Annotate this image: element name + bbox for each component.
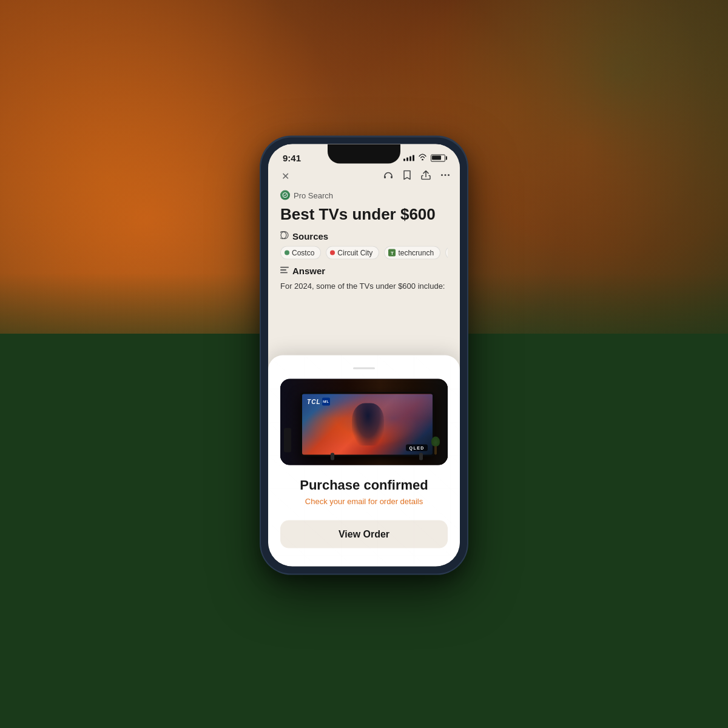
- source-chip-the[interactable]: V the: [445, 246, 448, 260]
- circuit-city-label: Circuit City: [337, 249, 372, 257]
- techcrunch-favicon: T: [388, 249, 396, 257]
- tv-decor-left: [284, 428, 291, 452]
- answer-section: Answer For 2024, some of the TVs under $…: [280, 266, 448, 292]
- sources-title: Sources: [292, 231, 328, 241]
- signal-icon: [403, 155, 414, 161]
- pro-search-label: Pro Search: [280, 190, 448, 200]
- tv-product-card: TCL NFL QLED: [280, 379, 448, 465]
- tv-display: TCL NFL QLED: [280, 379, 448, 465]
- svg-rect-10: [280, 272, 288, 274]
- answer-icon: [280, 266, 289, 275]
- source-chip-techcrunch[interactable]: T techcrunch: [384, 246, 440, 260]
- page-title: Best TVs under $600: [280, 205, 448, 224]
- costco-label: Costco: [292, 249, 314, 257]
- nfl-logo: NFL: [322, 397, 330, 405]
- phone-screen: 9:41: [268, 144, 460, 567]
- purchase-modal: TCL NFL QLED: [268, 356, 460, 567]
- svg-point-5: [283, 193, 288, 198]
- svg-point-3: [445, 174, 447, 176]
- sources-chips: Costco Circuit City T techcrunch V th: [280, 246, 448, 260]
- answer-header: Answer: [280, 266, 448, 276]
- browser-bar[interactable]: ✕: [268, 167, 460, 186]
- answer-text: For 2024, some of the TVs under $600 inc…: [280, 281, 448, 292]
- sources-section: Sources Costco Circuit City T: [280, 231, 448, 260]
- svg-rect-0: [384, 176, 386, 178]
- share-icon[interactable]: [421, 170, 431, 182]
- techcrunch-label: techcrunch: [398, 249, 434, 257]
- phone-notch: [328, 144, 400, 164]
- tv-stand-left: [331, 453, 334, 460]
- svg-rect-8: [280, 267, 289, 268]
- content-area: Pro Search Best TVs under $600 Sources: [268, 186, 460, 302]
- svg-point-6: [281, 232, 288, 239]
- headphones-icon[interactable]: [383, 170, 393, 182]
- status-time: 9:41: [283, 153, 301, 163]
- costco-dot: [285, 251, 289, 255]
- tv-plant: [430, 437, 441, 455]
- svg-rect-9: [280, 269, 286, 271]
- modal-subtitle: Check your email for order details: [305, 497, 423, 506]
- battery-icon: [431, 154, 445, 161]
- more-icon[interactable]: [440, 170, 450, 182]
- sources-header: Sources: [280, 231, 448, 241]
- modal-title: Purchase confirmed: [300, 477, 428, 493]
- source-chip-costco[interactable]: Costco: [280, 246, 321, 260]
- circuit-city-dot: [330, 251, 335, 255]
- browser-actions: [383, 170, 450, 182]
- modal-drag-indicator: [353, 368, 375, 369]
- pro-search-icon: [280, 190, 290, 200]
- browser-close-button[interactable]: ✕: [278, 170, 292, 182]
- source-chip-circuit-city[interactable]: Circuit City: [326, 246, 379, 260]
- pro-search-text: Pro Search: [294, 190, 333, 200]
- svg-point-2: [441, 174, 443, 176]
- bookmark-icon[interactable]: [403, 170, 411, 182]
- svg-point-4: [448, 174, 450, 176]
- view-order-button[interactable]: View Order: [280, 521, 448, 548]
- svg-rect-1: [391, 176, 393, 178]
- phone-frame: 9:41: [261, 137, 467, 574]
- sources-icon: [280, 231, 289, 241]
- tcl-logo: TCL: [307, 398, 320, 405]
- qled-badge: QLED: [406, 444, 427, 451]
- status-icons: [403, 153, 445, 163]
- tv-stand-right: [419, 453, 423, 460]
- answer-title: Answer: [292, 266, 325, 276]
- wifi-icon: [418, 153, 427, 163]
- phone-wrapper: 9:41: [261, 137, 467, 574]
